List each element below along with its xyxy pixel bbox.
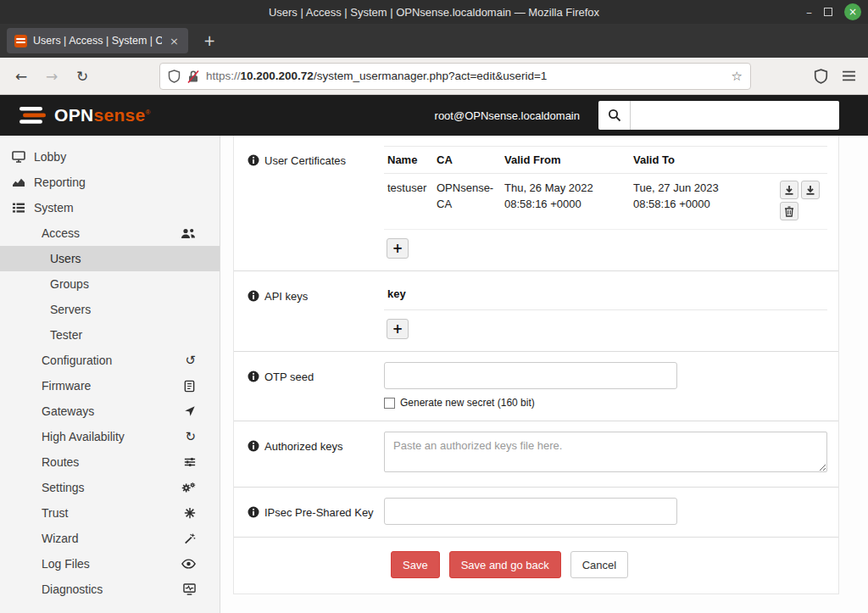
sliders-icon	[184, 456, 196, 468]
bookmark-star-icon[interactable]: ☆	[732, 69, 743, 84]
sidebar-item-label: Settings	[42, 481, 85, 494]
url-text[interactable]: https://10.200.200.72/system_usermanager…	[206, 70, 725, 82]
sidebar-item-label: Reporting	[34, 176, 86, 189]
sidebar-item-high-availability[interactable]: High Availability ↻	[0, 424, 220, 449]
sidebar-item-lobby[interactable]: Lobby	[0, 144, 220, 170]
maximize-button[interactable]	[824, 8, 832, 16]
minimize-button[interactable]: –	[806, 8, 812, 16]
col-header-valid-to: Valid To	[630, 147, 759, 174]
wordmark-sense: sense	[93, 105, 145, 125]
info-circle-icon[interactable]	[248, 290, 259, 339]
sidebar-item-label: Groups	[50, 277, 89, 291]
form-row-api-keys: API keys key +	[234, 270, 838, 351]
save-and-go-back-button[interactable]: Save and go back	[449, 551, 561, 578]
sidebar-item-reporting[interactable]: Reporting	[0, 170, 220, 195]
search-input[interactable]	[631, 101, 839, 130]
add-api-key-button[interactable]: +	[387, 319, 409, 339]
cert-valid-from: Thu, 26 May 2022 08:58:16 +0000	[501, 174, 630, 230]
sidebar-item-configuration[interactable]: Configuration ↺	[0, 348, 220, 373]
extension-shield-icon[interactable]	[814, 69, 828, 84]
otp-seed-input[interactable]	[384, 362, 677, 389]
form-actions: Save Save and go back Cancel	[234, 537, 838, 593]
sidebar-item-label: Users	[50, 252, 81, 265]
window-title: Users | Access | System | OPNsense.local…	[269, 6, 599, 19]
form-row-ipsec-psk: IPsec Pre-Shared Key	[234, 487, 838, 537]
user-edit-form-panel: User Certificates Name CA Valid From Val…	[233, 136, 839, 594]
wordmark-opn: OPN	[54, 105, 93, 125]
cancel-button[interactable]: Cancel	[570, 551, 628, 578]
export-ca-cert-button[interactable]	[801, 181, 820, 199]
tab-close-icon[interactable]: ×	[168, 35, 181, 47]
back-button[interactable]: ←	[8, 64, 34, 89]
user-certificates-table: Name CA Valid From Valid To testuser	[384, 146, 827, 230]
sidebar-item-routes[interactable]: Routes	[0, 449, 220, 475]
url-host: 10.200.200.72	[241, 70, 314, 82]
tab-bar: Users | Access | System | OP × +	[0, 24, 868, 58]
insecure-lock-icon[interactable]	[187, 70, 199, 83]
sidebar-item-label: Firmware	[42, 379, 91, 393]
sidebar-item-settings[interactable]: Settings	[0, 475, 220, 500]
url-scheme: https://	[206, 70, 241, 82]
form-row-user-certificates: User Certificates Name CA Valid From Val…	[234, 136, 838, 270]
col-header-valid-from: Valid From	[501, 147, 630, 174]
sidebar-item-users[interactable]: Users	[0, 246, 220, 271]
sidebar-item-trust[interactable]: Trust	[0, 500, 220, 526]
field-label: Authorized keys	[234, 432, 384, 475]
export-user-cert-button[interactable]	[780, 181, 798, 199]
sidebar-item-firmware[interactable]: Firmware	[0, 373, 220, 398]
info-circle-icon[interactable]	[248, 440, 259, 475]
window-titlebar: Users | Access | System | OPNsense.local…	[0, 0, 868, 24]
sidebar-item-groups[interactable]: Groups	[0, 271, 220, 297]
info-circle-icon[interactable]	[248, 506, 259, 525]
reload-button[interactable]: ↻	[70, 64, 95, 89]
page-content: User Certificates Name CA Valid From Val…	[220, 136, 868, 613]
sidebar-item-diagnostics[interactable]: Diagnostics	[0, 577, 220, 602]
tracking-shield-icon[interactable]	[168, 70, 181, 83]
generate-secret-checkbox[interactable]	[384, 398, 395, 409]
sidebar-item-label: Configuration	[42, 354, 112, 367]
sidebar-item-label: Diagnostics	[42, 582, 103, 596]
sidebar-menu: Lobby Reporting System Access	[0, 136, 220, 613]
authorized-keys-label: Authorized keys	[264, 439, 343, 475]
add-certificate-button[interactable]: +	[387, 238, 409, 259]
field-label: IPsec Pre-Shared Key	[234, 498, 384, 525]
sidebar-item-servers[interactable]: Servers	[0, 297, 220, 322]
field-label: OTP seed	[234, 362, 384, 409]
url-bar[interactable]: https://10.200.200.72/system_usermanager…	[159, 63, 751, 90]
sidebar-item-access[interactable]: Access	[0, 220, 220, 246]
sidebar-item-label: High Availability	[42, 430, 125, 443]
eye-icon	[181, 559, 196, 569]
browser-tab[interactable]: Users | Access | System | OP ×	[7, 28, 188, 53]
authorized-keys-textarea[interactable]	[384, 432, 827, 472]
gears-icon	[181, 482, 196, 493]
opnsense-logo[interactable]: OPNsense®	[17, 104, 151, 126]
info-circle-icon[interactable]	[248, 154, 259, 259]
sidebar-item-label: Log Files	[42, 557, 90, 571]
sidebar-item-system[interactable]: System	[0, 195, 220, 220]
close-button[interactable]: ×	[844, 3, 861, 20]
certificate-row: testuser OPNsense-CA Thu, 26 May 2022 08…	[384, 174, 827, 230]
sidebar-item-wizard[interactable]: Wizard	[0, 526, 220, 551]
sidebar-item-label: Routes	[42, 455, 79, 469]
ipsec-psk-input[interactable]	[384, 498, 677, 525]
url-path: /system_usermanager.php?act=edit&userid=…	[314, 70, 547, 82]
logged-in-user: root@OPNsense.localdomain	[435, 109, 580, 122]
save-button[interactable]: Save	[391, 551, 440, 578]
cert-name: testuser	[384, 174, 433, 230]
delete-cert-button[interactable]	[780, 202, 798, 220]
sidebar-item-log-files[interactable]: Log Files	[0, 551, 220, 577]
field-label: API keys	[234, 281, 384, 339]
info-circle-icon[interactable]	[248, 371, 259, 409]
cert-ca: OPNsense-CA	[433, 174, 501, 230]
sidebar-item-tester[interactable]: Tester	[0, 322, 220, 348]
book-icon	[183, 380, 196, 393]
forward-button[interactable]: →	[39, 64, 64, 89]
refresh-icon: ↻	[185, 431, 196, 443]
search-icon[interactable]	[598, 101, 631, 130]
form-row-otp-seed: OTP seed Generate new secret (160 bit)	[234, 351, 838, 421]
sidebar-item-gateways[interactable]: Gateways	[0, 398, 220, 424]
wordmark-registered: ®	[145, 109, 150, 116]
menu-hamburger-icon[interactable]	[842, 70, 856, 82]
opnsense-header: OPNsense® root@OPNsense.localdomain	[0, 95, 868, 136]
new-tab-button[interactable]: +	[198, 31, 220, 51]
